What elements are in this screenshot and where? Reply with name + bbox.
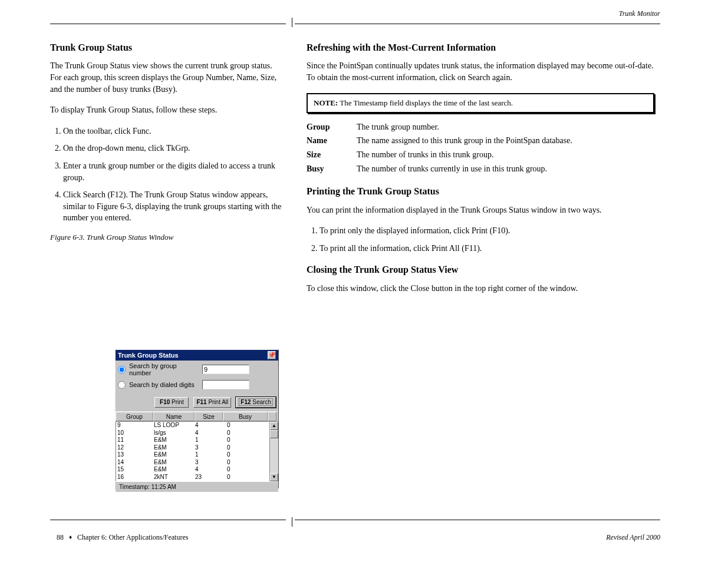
- page-number: 88: [57, 533, 64, 541]
- column-header-size[interactable]: Size: [195, 412, 223, 421]
- rule-bottom-right: [295, 520, 660, 520]
- heading-closing: Closing the Trunk Group Status View: [307, 263, 654, 276]
- table-row[interactable]: 9LS LOOP40: [116, 422, 269, 429]
- cell-busy: 0: [222, 459, 258, 467]
- dialog-rows: 9LS LOOP40 10ls/gs40 11E&M10 12E&M30 13E…: [116, 421, 269, 481]
- cell-group: 9: [116, 422, 153, 429]
- cell-group: 11: [116, 437, 153, 444]
- print-all-button[interactable]: F11 Print All: [193, 397, 231, 408]
- radio-search-by-group-number[interactable]: [118, 366, 126, 373]
- scroll-track[interactable]: [270, 438, 278, 473]
- dialog-scrollbar[interactable]: ▲ ▼: [269, 421, 278, 481]
- cell-group: 10: [116, 429, 153, 437]
- cell-name: E&M: [153, 451, 194, 459]
- figure-caption: Figure 6-3. Trunk Group Status Window: [50, 232, 283, 243]
- field-desc: The trunk group number.: [357, 121, 654, 133]
- field-row-name: Name The name assigned to this trunk gro…: [307, 135, 654, 147]
- scroll-thumb[interactable]: [270, 430, 278, 438]
- column-header-group[interactable]: Group: [116, 412, 153, 421]
- cell-group: 16: [116, 474, 153, 481]
- table-row[interactable]: 162kNT230: [116, 474, 269, 481]
- left-steps-list: On the toolbar, click Func. On the drop-…: [50, 125, 283, 224]
- radio-search-by-dialed-digits[interactable]: [118, 381, 126, 389]
- field-row-busy: Busy The number of trunks currently in u…: [307, 163, 654, 175]
- left-step-4: Click Search (F12). The Trunk Group Stat…: [63, 189, 283, 224]
- radio-label-group-number: Search by group number: [129, 362, 199, 376]
- print-all-label: Print All: [208, 399, 228, 405]
- print-button[interactable]: F10 Print: [154, 397, 189, 408]
- left-step-2: On the drop-down menu, click TkGrp.: [63, 143, 283, 154]
- cell-busy: 0: [222, 451, 258, 459]
- scroll-down-icon[interactable]: ▼: [270, 473, 278, 481]
- note-body: The Timestamp field displays the time of…: [340, 98, 513, 107]
- column-header-busy[interactable]: Busy: [223, 412, 268, 421]
- column-header-scroll-spacer: [268, 412, 276, 421]
- cell-name: E&M: [153, 437, 194, 444]
- field-name: Size: [307, 149, 357, 161]
- rule-bottom-left: [50, 520, 286, 520]
- search-fkey: F12: [241, 399, 251, 405]
- pin-icon[interactable]: 📌: [268, 351, 276, 359]
- cell-busy: 0: [222, 422, 258, 429]
- right-column: Refreshing with the Most-Current Informa…: [307, 41, 654, 303]
- cell-name: LS LOOP: [153, 422, 194, 429]
- dialog-title-bar: Trunk Group Status 📌: [116, 350, 278, 361]
- cell-size: 4: [194, 422, 222, 429]
- fields-block: Group The trunk group number. Name The n…: [307, 121, 654, 174]
- left-paragraph-1: The Trunk Group Status view shows the cu…: [50, 60, 283, 95]
- table-row[interactable]: 11E&M10: [116, 437, 269, 444]
- field-desc: The number of trunks in this trunk group…: [357, 149, 654, 161]
- input-dialed-digits[interactable]: [202, 380, 249, 389]
- footer-left: 88 ♦ Chapter 6: Other Applications/Featu…: [57, 533, 188, 542]
- table-row[interactable]: 15E&M40: [116, 466, 269, 474]
- running-header: Trunk Monitor: [619, 9, 660, 18]
- table-row[interactable]: 12E&M30: [116, 444, 269, 452]
- field-name: Name: [307, 135, 357, 147]
- table-row[interactable]: 13E&M10: [116, 451, 269, 459]
- footer-right: Revised April 2000: [606, 533, 660, 542]
- cell-size: 3: [194, 459, 222, 467]
- heading-trunk-group-status: Trunk Group Status: [50, 41, 283, 54]
- cell-name: 2kNT: [153, 474, 194, 481]
- field-desc: The number of trunks currently in use in…: [357, 163, 654, 175]
- table-row[interactable]: 14E&M30: [116, 459, 269, 467]
- rule-vert-top: [292, 18, 292, 27]
- dialog-title-text: Trunk Group Status: [118, 350, 179, 361]
- cell-group: 13: [116, 451, 153, 459]
- cell-group: 15: [116, 466, 153, 474]
- cell-busy: 0: [222, 444, 258, 452]
- print-fkey: F10: [160, 399, 170, 405]
- cell-group: 14: [116, 459, 153, 467]
- field-desc: The name assigned to this trunk group in…: [357, 135, 654, 147]
- cell-size: 4: [194, 429, 222, 437]
- left-column: Trunk Group Status The Trunk Group Statu…: [50, 41, 283, 252]
- field-row-group: Group The trunk group number.: [307, 121, 654, 133]
- field-name: Busy: [307, 163, 357, 175]
- rule-top-left: [50, 24, 286, 24]
- cell-size: 3: [194, 444, 222, 452]
- print-steps-list: To print only the displayed information,…: [307, 225, 654, 254]
- search-button[interactable]: F12 Search: [236, 397, 276, 408]
- heading-refreshing: Refreshing with the Most-Current Informa…: [307, 41, 654, 54]
- trunk-group-status-dialog: Trunk Group Status 📌 Search by group num…: [115, 349, 279, 488]
- left-paragraph-2: To display Trunk Group Status, follow th…: [50, 104, 283, 116]
- cell-size: 4: [194, 466, 222, 474]
- cell-group: 12: [116, 444, 153, 452]
- search-label: Search: [252, 399, 271, 405]
- print-step-1: To print only the displayed information,…: [319, 225, 654, 237]
- field-name: Group: [307, 121, 357, 133]
- print-label: Print: [172, 399, 184, 405]
- dialog-table-header: Group Name Size Busy: [116, 411, 278, 421]
- scroll-up-icon[interactable]: ▲: [270, 422, 278, 430]
- dialog-status-bar: Timestamp: 11:25 AM: [116, 481, 278, 492]
- note-box: NOTE: The Timestamp field displays the t…: [307, 93, 654, 113]
- radio-label-dialed-digits: Search by dialed digits: [129, 381, 199, 388]
- input-group-number[interactable]: 9: [202, 365, 249, 374]
- table-row[interactable]: 10ls/gs40: [116, 429, 269, 437]
- cell-busy: 0: [222, 466, 258, 474]
- left-step-1: On the toolbar, click Func.: [63, 125, 283, 137]
- footer-chapter: Chapter 6: Other Applications/Features: [77, 533, 188, 541]
- print-intro: You can print the information displayed …: [307, 204, 654, 216]
- column-header-name[interactable]: Name: [153, 412, 195, 421]
- right-paragraph-1: Since the PointSpan continually updates …: [307, 60, 654, 83]
